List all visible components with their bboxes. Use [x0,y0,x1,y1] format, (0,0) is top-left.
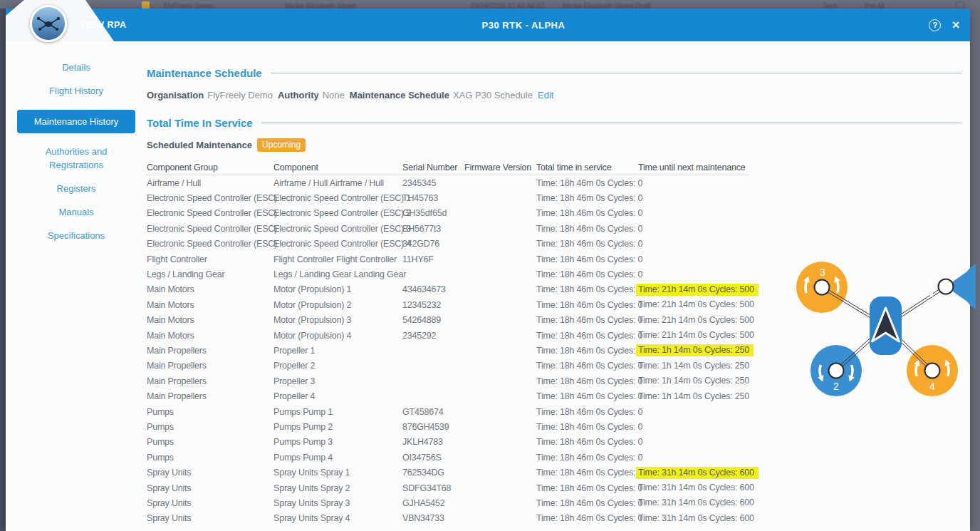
cell-total: Time: 18h 46m 0s Cycles: 0 [536,284,638,294]
rotation-arrow [948,365,949,376]
table-row: Spray UnitsSpray Units Spray 2SDFG34T68T… [147,480,750,495]
rotation-arrow [916,365,917,376]
cell-next-maintenance: Time: 1h 14m 0s Cycles: 250 [638,391,750,403]
sidebar-item-authorities-and-registrations[interactable]: Authorities and Registrations [23,145,130,172]
rotation-arrow [852,365,853,376]
modal-title: VIEW RPA [80,9,127,41]
next-maintenance-highlighted: Time: 31h 14m 0s Cycles: 600 [636,467,759,479]
next-maintenance-value: Time: 1h 14m 0s Cycles: 250 [636,375,754,387]
table-header-row: Component GroupComponentSerial NumberFir… [147,158,750,175]
field-value: XAG P30 Schedule [453,90,533,100]
cell-serial: JKLH4783 [402,437,464,447]
cell-component: Electronic Speed Controller (ESC) 4 [273,239,402,249]
edit-schedule-link[interactable]: Edit [538,90,553,100]
table-row: Main MotorsMotor (Propulsion) 354264889T… [147,313,750,328]
sidebar-item-registers[interactable]: Registers [57,182,96,195]
help-icon[interactable]: ? [929,19,941,31]
table-row: Electronic Speed Controller (ESC)Electro… [147,206,750,221]
view-rpa-modal: VIEW RPA P30 RTK - ALPHA ? ✕ DetailsFlig… [6,9,970,531]
rotation-arrow [838,282,838,293]
cell-component: Airframe / Hull Airframe / Hull [273,178,402,188]
sidebar-item-flight-history[interactable]: Flight History [49,84,103,98]
cell-group: Main Motors [147,331,273,341]
cell-group: Legs / Landing Gear [147,269,273,279]
cell-next-maintenance: Time: 1h 14m 0s Cycles: 250 [638,344,750,356]
modal-header: VIEW RPA P30 RTK - ALPHA ? ✕ [6,9,970,41]
cell-total: Time: 18h 46m 0s Cycles: 0 [536,498,638,508]
sidebar-item-manuals[interactable]: Manuals [58,205,93,219]
rotation-arrow [806,282,806,293]
cell-total: Time: 18h 46m 0s Cycles: 0 [536,178,638,188]
field-label: Maintenance Schedule [350,90,449,100]
table-row: Main PropellersPropeller 2Time: 18h 46m … [147,359,750,373]
rotor-number-1: 1 [944,266,949,277]
cell-component: Pumps Pump 2 [273,422,402,432]
cell-serial: GT458674 [402,407,464,417]
cell-component: Propeller 3 [273,376,402,386]
cell-serial: GJHA5452 [402,498,464,508]
cell-serial: 12345232 [402,300,464,310]
cell-component: Pumps Pump 4 [273,453,402,463]
total-time-heading: Total Time In Service [147,117,963,129]
cell-component: Spray Units Spray 1 [273,468,402,478]
cell-component: Pumps Pump 3 [273,437,402,447]
sidebar-item-maintenance-history[interactable]: Maintenance History [17,110,135,133]
next-maintenance-value: Time: 21h 14m 0s Cycles: 500 [636,329,759,341]
scheduled-maintenance-label: Scheduled Maintenance [147,140,252,150]
cell-group: Spray Units [147,513,273,523]
drone-logo-icon [36,16,61,31]
background-text-fragment: Pre-M [865,2,884,9]
rotor-number-2: 2 [833,381,839,392]
sidebar-item-specifications[interactable]: Specifications [48,229,105,242]
cell-component: Propeller 4 [273,391,402,401]
cell-total: Time: 18h 46m 0s Cycles: 0 [536,315,638,325]
table-row: Main MotorsMotor (Propulsion) 42345292Ti… [147,328,750,343]
field-label: Organisation [147,90,204,100]
table-row: Legs / Landing GearLegs / Landing Gear L… [147,267,750,282]
maintenance-schedule-info: OrganisationFlyFreely DemoAuthorityNoneM… [147,90,963,100]
table-row: Main PropellersPropeller 1Time: 18h 46m … [147,343,750,358]
scheduled-maintenance-table: Component GroupComponentSerial NumberFir… [147,158,750,526]
table-row: Main PropellersPropeller 4Time: 18h 46m … [147,388,750,403]
cell-component: Electronic Speed Controller (ESC) 2 [273,208,402,218]
rotor-hub-2 [829,364,844,378]
next-maintenance-value: Time: 31h 14m 0s Cycles: 600 [636,512,759,525]
next-maintenance-value: Time: 21h 14m 0s Cycles: 500 [636,314,759,326]
cell-total: Time: 18h 46m 0s Cycles: 0 [536,376,638,386]
cell-total: Time: 18h 46m 0s Cycles: 0 [536,513,638,523]
cell-serial: BH5677t3 [402,224,464,234]
total-time-heading-text: Total Time In Service [147,117,253,129]
cell-group: Spray Units [147,483,273,493]
table-row: Spray UnitsSpray Units Spray 4VBN34733Ti… [147,511,750,526]
cell-group: Main Motors [147,315,273,325]
background-text-fragment: Micha Elizabeth Street [563,2,634,9]
next-maintenance-value: Time: 31h 14m 0s Cycles: 600 [636,497,759,509]
table-row: Main MotorsMotor (Propulsion) 1434634673… [147,282,750,297]
cell-serial: 11HY6F [402,254,464,264]
rotor-hub-4 [925,364,940,378]
cell-group: Pumps [147,407,273,417]
cell-group: Flight Controller [147,254,273,264]
cell-component: Spray Units Spray 3 [273,498,402,508]
table-row: Spray UnitsSpray Units Spray 1762534DGTi… [147,465,750,480]
cell-component: Motor (Propulsion) 3 [273,315,402,325]
close-icon[interactable]: ✕ [952,20,960,30]
cell-total: Time: 18h 46m 0s Cycles: 0 [536,483,638,493]
cell-group: Main Motors [147,284,273,294]
sidebar-item-details[interactable]: Details [62,61,90,74]
cell-total: Time: 18h 46m 0s Cycles: 0 [536,361,638,371]
table-row: PumpsPumps Pump 2876GH4539Time: 18h 46m … [147,419,750,434]
cell-next-maintenance: Time: 31h 14m 0s Cycles: 600 [638,482,750,494]
rotor-hub-1 [939,279,954,294]
cell-next-maintenance: Time: 21h 14m 0s Cycles: 500 [638,329,750,341]
background-checkbox-icon [956,1,964,9]
cell-group: Pumps [147,437,273,447]
rotation-arrow [820,365,820,376]
cell-component: Propeller 1 [273,346,402,356]
cell-component: Motor (Propulsion) 1 [273,284,402,294]
cell-total: Time: 18h 46m 0s Cycles: 0 [536,407,638,417]
cell-next-maintenance: Time: 21h 14m 0s Cycles: 500 [638,284,750,296]
rpa-name-title: P30 RTK - ALPHA [482,9,565,41]
background-text-fragment: FlyFreely Demo [164,2,214,9]
cell-serial: 2345292 [402,331,464,341]
